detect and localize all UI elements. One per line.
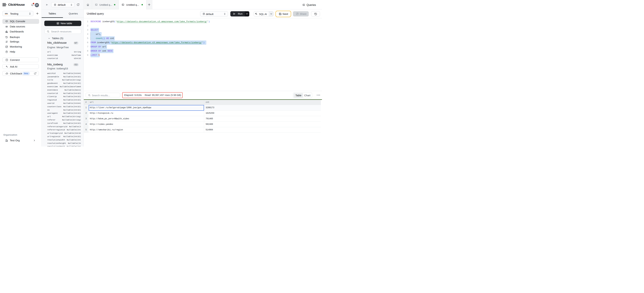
- svg-text:aws: aws: [5, 13, 8, 14]
